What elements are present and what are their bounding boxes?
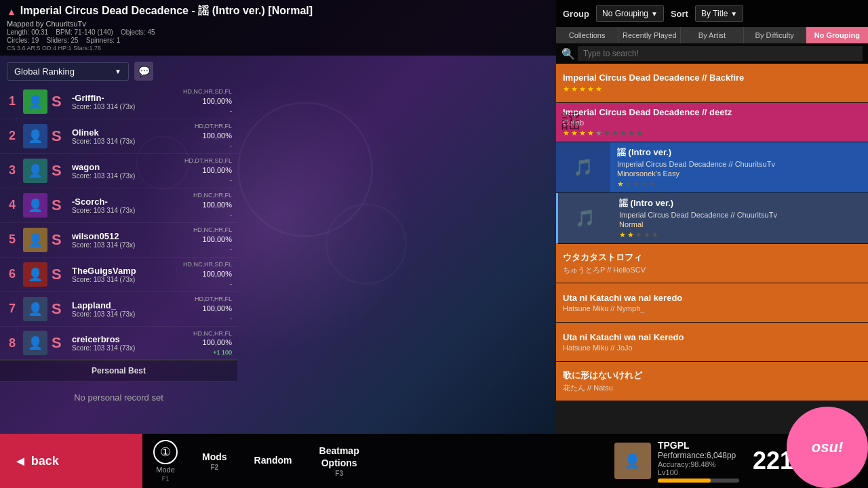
player-pp: Performance:6,048pp	[658, 451, 739, 460]
score-points: Score: 103 314 (73x)	[72, 138, 191, 145]
group-label: Group	[563, 9, 589, 19]
score-name: -Scorch-	[72, 197, 189, 207]
up-arrow-icon: ▲	[7, 6, 16, 17]
ranking-dropdown-row: Global Ranking ▼ 💬	[0, 58, 237, 85]
mode-label: Mode	[156, 466, 175, 474]
song-thumbnail: 🎵	[556, 142, 610, 192]
osu-logo[interactable]: osu!	[787, 407, 868, 488]
song-stars: ★★★★★	[563, 85, 861, 94]
star-icon: ★	[619, 230, 626, 239]
empty-star-icon: ★	[644, 230, 650, 239]
song-card-title: 謡 (Intro ver.)	[619, 197, 861, 209]
score-row[interactable]: 1 👤 S -Griffin- Score: 103 314 (73x) HD,…	[0, 85, 237, 119]
level-bar-bg	[658, 479, 739, 483]
level-bar-fill	[658, 479, 711, 483]
score-mods: HD,NC,HR,SD,FL 100,00% -	[183, 260, 232, 289]
sort-chevron-icon: ▼	[730, 10, 737, 18]
mods-button[interactable]: Mods F2	[189, 434, 241, 488]
score-name: wagon	[72, 162, 180, 172]
song-list-item[interactable]: Imperial Circus Dead Decadence // Backfi…	[556, 64, 868, 103]
beatmap-fkey: F3	[335, 470, 343, 477]
score-row[interactable]: 3 👤 S wagon Score: 103 314 (73x) HD,DT,H…	[0, 154, 237, 188]
song-mapper: Mapped by ChuuritsuTv	[7, 20, 549, 28]
mode-button[interactable]: ① Mode F1	[142, 434, 189, 488]
score-name: Lappland_	[72, 300, 191, 310]
song-card-artist: Hatsune Miku // JoJo	[563, 344, 861, 352]
song-list-item[interactable]: 🎵 謡 (Intro ver.) Imperial Circus Dead De…	[556, 193, 868, 244]
score-rank-number: 6	[5, 267, 19, 281]
song-list-item[interactable]: 🎵 謡 (Intro ver.) Imperial Circus Dead De…	[556, 142, 868, 193]
score-grade: S	[52, 300, 68, 318]
score-name: Olinek	[72, 127, 191, 138]
empty-star-icon: ★	[636, 129, 643, 138]
song-card-artist: Imperial Circus Dead Decadence // Chuuri…	[619, 211, 861, 219]
score-name: -Griffin-	[72, 93, 179, 103]
back-button[interactable]: ◄ back	[0, 434, 142, 488]
score-avatar: 👤	[23, 331, 47, 355]
score-row[interactable]: 2 👤 S Olinek Score: 103 314 (73x) HD,DT,…	[0, 119, 237, 154]
song-card-info: 謡 Imperial Circus Dead Decadence // deet…	[556, 103, 868, 142]
empty-star-icon: ★	[635, 230, 642, 239]
score-points: Score: 103 314 (73x)	[72, 103, 179, 110]
search-input[interactable]	[578, 46, 863, 61]
star-icon: ★	[587, 129, 594, 138]
filter-tab-by_artist[interactable]: By Artist	[681, 27, 743, 43]
song-card-artist: ちゅうとろP // HelloSCV	[563, 265, 861, 275]
score-rank-number: 1	[5, 94, 19, 108]
score-row[interactable]: 5 👤 S wilson0512 Score: 103 314 (73x) HD…	[0, 223, 237, 258]
song-list-item[interactable]: Uta ni Katachi wa nai keredo Hatsune Mik…	[556, 283, 868, 323]
score-mods: HD,DT,HR,SD,FL 100,00% -	[184, 157, 232, 185]
personal-best-label: Personal Best	[0, 360, 237, 382]
bottom-bar: ◄ back ① Mode F1 Mods F2 Random Beatmap …	[0, 434, 868, 488]
filter-tab-no_grouping[interactable]: No Grouping	[806, 27, 868, 43]
empty-star-icon: ★	[625, 180, 632, 188]
random-button[interactable]: Random	[241, 434, 306, 488]
beatmap-options-button[interactable]: Beatmap Options F3	[306, 434, 373, 488]
score-avatar: 👤	[23, 228, 47, 252]
filter-tab-recently_played[interactable]: Recently Played	[618, 27, 681, 43]
mode-fkey: F1	[162, 475, 170, 482]
score-info: Lappland_ Score: 103 314 (73x)	[72, 300, 191, 318]
ranking-mode-select[interactable]: Global Ranking ▼	[7, 62, 129, 81]
score-points: Score: 103 314 (73x)	[72, 207, 189, 214]
score-grade: S	[52, 231, 68, 249]
score-info: -Scorch- Score: 103 314 (73x)	[72, 197, 189, 214]
song-list-item[interactable]: ウタカタストロフィ ちゅうとろP // HelloSCV	[556, 244, 868, 283]
score-row[interactable]: 7 👤 S Lappland_ Score: 103 314 (73x) HD,…	[0, 292, 237, 327]
song-cs-stats: CS:3.6 AR:5 OD:4 HP:1 Stars:1.76	[7, 45, 549, 52]
star-icon: ★	[627, 230, 634, 239]
song-card-title: 謡 (Intro ver.)	[617, 146, 861, 159]
empty-star-icon: ★	[633, 180, 640, 188]
song-card-artist: Collab	[563, 119, 861, 127]
score-row[interactable]: 4 👤 S -Scorch- Score: 103 314 (73x) HD,N…	[0, 188, 237, 223]
score-avatar: 👤	[23, 159, 47, 183]
score-info: wagon Score: 103 314 (73x)	[72, 162, 180, 180]
song-title: ▲ Imperial Circus Dead Decadence - 謡 (In…	[7, 4, 549, 18]
song-card-artist: Hatsune Miku // Nymph_	[563, 304, 861, 312]
score-row[interactable]: 6 👤 S TheGuigsVamp Score: 103 314 (73x) …	[0, 258, 237, 292]
score-info: creicerbros Score: 103 314 (73x)	[72, 334, 189, 352]
sort-dropdown[interactable]: By Title ▼	[695, 5, 743, 22]
score-row[interactable]: 8 👤 S creicerbros Score: 103 314 (73x) H…	[0, 327, 237, 361]
song-list-item[interactable]: Uta ni Katachi wa nai Keredo Hatsune Mik…	[556, 323, 868, 362]
song-card-artist: Imperial Circus Dead Decadence // Chuuri…	[617, 160, 861, 168]
star-icon: ★	[587, 85, 594, 94]
song-stars: ★★★★★	[617, 180, 861, 188]
sort-label: Sort	[671, 9, 688, 19]
group-dropdown[interactable]: No Grouping ▼	[596, 5, 664, 22]
song-card-title: Uta ni Katachi wa nai Keredo	[563, 332, 861, 342]
score-rank-number: 3	[5, 163, 19, 178]
score-info: wilson0512 Score: 103 314 (73x)	[72, 231, 189, 249]
empty-star-icon: ★	[604, 129, 610, 138]
song-list-item[interactable]: 歌に形はないけれど 花たん // Natsu	[556, 362, 868, 401]
filter-tab-collections[interactable]: Collections	[556, 27, 618, 43]
song-stars: ★★★★★★★★★★	[563, 129, 861, 138]
filter-tab-by_difficulty[interactable]: By Difficulty	[744, 27, 806, 43]
song-card-title: Uta ni Katachi wa nai keredo	[563, 293, 861, 303]
player-level: Lv100	[658, 468, 739, 476]
chat-button[interactable]: 💬	[134, 62, 153, 81]
score-avatar: 👤	[23, 193, 47, 218]
song-card-info: 歌に形はないけれど 花たん // Natsu	[556, 362, 868, 401]
song-list-item[interactable]: 謡 Imperial Circus Dead Decadence // deet…	[556, 103, 868, 142]
player-accuracy: Accuracy:98.48%	[658, 460, 739, 468]
